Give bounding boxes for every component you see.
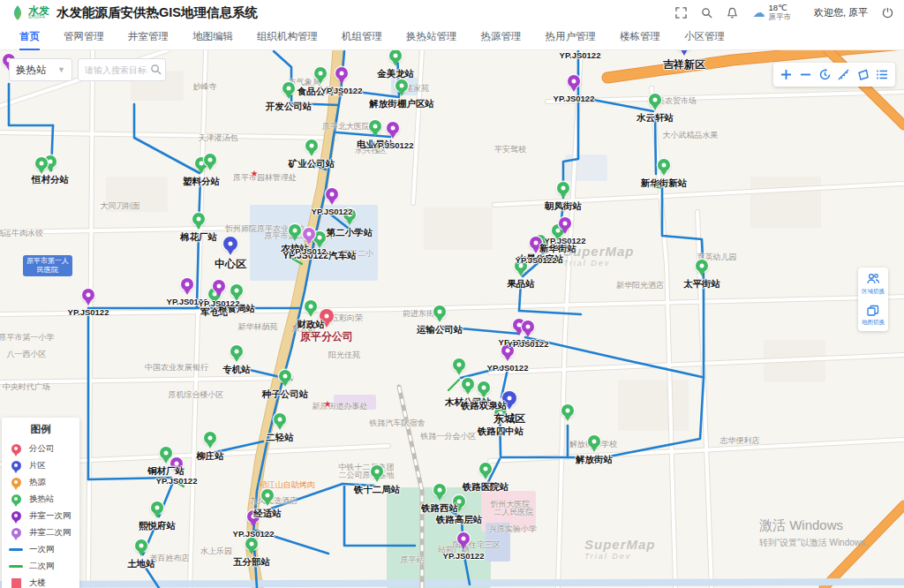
marker-station-pin[interactable] bbox=[160, 447, 172, 459]
map-brand-watermark: SuperMap Trial Dev bbox=[584, 537, 656, 561]
marker-station-pin[interactable] bbox=[371, 465, 383, 478]
marker-station-pin[interactable] bbox=[230, 284, 243, 297]
legend-pin-icon bbox=[11, 494, 21, 504]
zoom-out-button[interactable] bbox=[797, 67, 813, 83]
nav-tab-6[interactable]: 换热站管理 bbox=[406, 25, 457, 50]
poi-label: 九久优选酒店 bbox=[250, 495, 298, 507]
reset-view-button[interactable] bbox=[817, 67, 832, 83]
marker-station-pin[interactable] bbox=[192, 213, 205, 225]
marker-well-primary-label: YP.JS0122 bbox=[508, 339, 549, 349]
nav-tab-7[interactable]: 热源管理 bbox=[481, 25, 522, 50]
nav-tab-5[interactable]: 机组管理 bbox=[342, 25, 382, 50]
marker-station-pin[interactable] bbox=[433, 305, 446, 318]
marker-station-pin[interactable] bbox=[649, 94, 661, 106]
marker-station-pin[interactable] bbox=[462, 378, 474, 390]
marker-station-pin[interactable] bbox=[261, 489, 274, 501]
zoom-in-button[interactable] bbox=[779, 67, 795, 83]
marker-well-primary-pin[interactable] bbox=[457, 532, 470, 545]
poi-label: 铁路一分会小区 bbox=[421, 431, 477, 442]
marker-well-primary-pin[interactable] bbox=[568, 75, 580, 87]
page-title: 水发能源盾安供热GIS地理信息系统 bbox=[56, 4, 258, 21]
nav-tab-3[interactable]: 地图编辑 bbox=[192, 25, 233, 50]
marker-station-pin[interactable] bbox=[561, 404, 574, 417]
region-switch-button[interactable]: 区域切换 bbox=[860, 272, 886, 296]
legend-line-icon bbox=[9, 565, 23, 568]
marker-well-secondary-pin[interactable] bbox=[303, 228, 315, 240]
nav-tab-8[interactable]: 热用户管理 bbox=[546, 25, 597, 50]
marker-station-label: 太平街站 bbox=[683, 278, 720, 290]
marker-well-primary-pin[interactable] bbox=[181, 278, 193, 290]
legend-line-icon bbox=[9, 548, 23, 551]
marker-station-label: 种子公司站 bbox=[262, 388, 309, 401]
bell-icon[interactable] bbox=[727, 7, 738, 19]
marker-station-pin[interactable] bbox=[282, 82, 295, 94]
marker-station-pin[interactable] bbox=[696, 260, 708, 272]
poi-label: 天津灌汤包 bbox=[199, 132, 238, 144]
app-header: 水发 SHUIFA 水发能源盾安供热GIS地理信息系统 ☁ 18℃ 原平市 欢迎… bbox=[0, 0, 904, 25]
marker-station-pin[interactable] bbox=[245, 538, 258, 550]
marker-station-pin[interactable] bbox=[313, 231, 326, 244]
marker-station-pin[interactable] bbox=[230, 345, 243, 358]
marker-well-primary-pin[interactable] bbox=[213, 280, 225, 292]
nav-tab-1[interactable]: 管网管理 bbox=[64, 25, 104, 50]
legend-item: 片区 bbox=[9, 457, 72, 474]
marker-station-pin[interactable] bbox=[204, 432, 216, 444]
marker-station-pin[interactable] bbox=[658, 159, 670, 171]
poi-label: 新原街道办事处 bbox=[313, 401, 368, 412]
measure-distance-button[interactable] bbox=[836, 67, 852, 83]
legend-title: 图例 bbox=[9, 423, 72, 436]
marker-well-primary-pin[interactable] bbox=[326, 188, 338, 200]
search-category-select[interactable]: 换热站 ▼ bbox=[9, 58, 72, 81]
marker-station-pin[interactable] bbox=[35, 157, 48, 170]
marker-station-pin[interactable] bbox=[479, 463, 492, 475]
legend-label: 片区 bbox=[29, 460, 46, 471]
marker-well-primary-pin[interactable] bbox=[387, 122, 399, 134]
marker-well-primary-pin[interactable] bbox=[559, 217, 571, 230]
weather-widget: ☁ 18℃ 原平市 bbox=[752, 4, 791, 22]
marker-station-pin[interactable] bbox=[389, 49, 402, 62]
nav-tab-0[interactable]: 首页 bbox=[19, 25, 40, 50]
marker-well-primary-pin[interactable] bbox=[335, 67, 348, 79]
marker-station-label: 熙悦府站 bbox=[139, 520, 176, 532]
marker-station-pin[interactable] bbox=[396, 79, 408, 92]
marker-station-pin[interactable] bbox=[151, 501, 163, 514]
marker-station-pin[interactable] bbox=[274, 413, 286, 426]
marker-station-pin[interactable] bbox=[478, 381, 490, 394]
poi-label: 水上乐园 bbox=[200, 546, 232, 557]
users-icon bbox=[866, 272, 880, 286]
marker-station-pin[interactable] bbox=[453, 358, 465, 371]
nav-tab-10[interactable]: 小区管理 bbox=[684, 25, 725, 50]
marker-station-pin[interactable] bbox=[369, 120, 381, 132]
measure-area-button[interactable] bbox=[855, 67, 870, 83]
search-icon[interactable] bbox=[701, 7, 712, 19]
marker-station-pin[interactable] bbox=[314, 67, 327, 79]
marker-station-pin[interactable] bbox=[588, 435, 600, 448]
marker-station-pin[interactable] bbox=[305, 139, 318, 152]
marker-well-primary-pin[interactable] bbox=[82, 289, 94, 301]
marker-station-pin[interactable] bbox=[289, 224, 301, 237]
map-switch-button[interactable]: 地图切换 bbox=[860, 303, 886, 327]
map-search-bar: 换热站 ▼ bbox=[9, 58, 166, 81]
marker-well-primary-pin[interactable] bbox=[522, 320, 534, 333]
legend-item: 热源 bbox=[9, 474, 72, 491]
marker-station-label: 新华街新站 bbox=[641, 177, 688, 190]
marker-station-pin[interactable] bbox=[135, 539, 147, 552]
nav-tab-4[interactable]: 组织机构管理 bbox=[257, 25, 318, 50]
marker-station-pin[interactable] bbox=[204, 154, 216, 166]
layers-icon bbox=[866, 303, 880, 317]
nav-tab-2[interactable]: 井室管理 bbox=[128, 25, 169, 50]
logout-icon[interactable] bbox=[882, 7, 893, 19]
search-submit-icon[interactable] bbox=[150, 64, 162, 75]
legend-item: 二次网 bbox=[9, 558, 72, 575]
fullscreen-icon[interactable] bbox=[675, 7, 687, 19]
marker-station-label: 金美龙站 bbox=[377, 68, 414, 80]
marker-district-pin[interactable] bbox=[223, 237, 237, 251]
poi-star-icon: ★ bbox=[324, 399, 332, 409]
nav-tab-9[interactable]: 楼栋管理 bbox=[620, 25, 660, 50]
marker-station-pin[interactable] bbox=[433, 484, 446, 496]
map-canvas[interactable]: 妙峰寺东塔家苑原平北大医院天津灌汤包永兴社区市气象局原平市园林管理处忻州师院原平… bbox=[0, 0, 904, 588]
layer-list-button[interactable] bbox=[874, 67, 890, 83]
marker-station-pin[interactable] bbox=[305, 300, 317, 313]
marker-station-pin[interactable] bbox=[279, 370, 291, 382]
marker-station-pin[interactable] bbox=[557, 182, 569, 194]
